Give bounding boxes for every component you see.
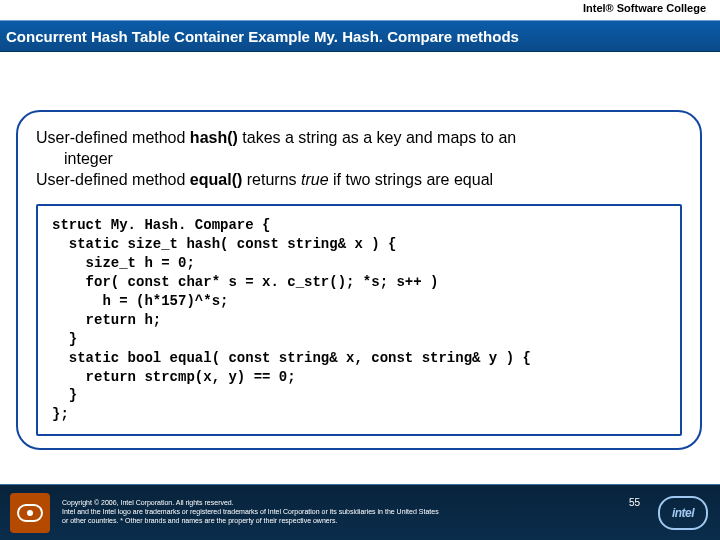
desc-line-3: User-defined method equal() returns true… <box>36 170 682 191</box>
code-block: struct My. Hash. Compare { static size_t… <box>36 204 682 436</box>
content-frame: User-defined method hash() takes a strin… <box>16 110 702 450</box>
text-method-equal: equal() <box>190 171 242 188</box>
desc-line-1: User-defined method hash() takes a strin… <box>36 128 682 149</box>
slide-title: Concurrent Hash Table Container Example … <box>6 28 519 45</box>
footer-bar: Copyright © 2006, Intel Corporation. All… <box>0 484 720 540</box>
text-plain: User-defined method <box>36 171 190 188</box>
brand-label: Intel® Software College <box>583 2 706 14</box>
text-true: true <box>301 171 329 188</box>
description-text: User-defined method hash() takes a strin… <box>36 128 682 190</box>
text-plain: returns <box>242 171 301 188</box>
badge-inner-icon <box>17 504 43 522</box>
text-method-hash: hash() <box>190 129 238 146</box>
text-plain: User-defined method <box>36 129 190 146</box>
text-plain: takes a string as a key and maps to an <box>238 129 516 146</box>
software-badge-icon <box>10 493 50 533</box>
slide: Intel® Software College Concurrent Hash … <box>0 0 720 540</box>
intel-logo-icon: intel <box>658 496 708 530</box>
copyright-text: Copyright © 2006, Intel Corporation. All… <box>62 499 621 525</box>
text-plain: if two strings are equal <box>329 171 494 188</box>
title-band: Concurrent Hash Table Container Example … <box>0 20 720 52</box>
page-number: 55 <box>629 491 640 508</box>
desc-line-2: integer <box>64 149 682 170</box>
